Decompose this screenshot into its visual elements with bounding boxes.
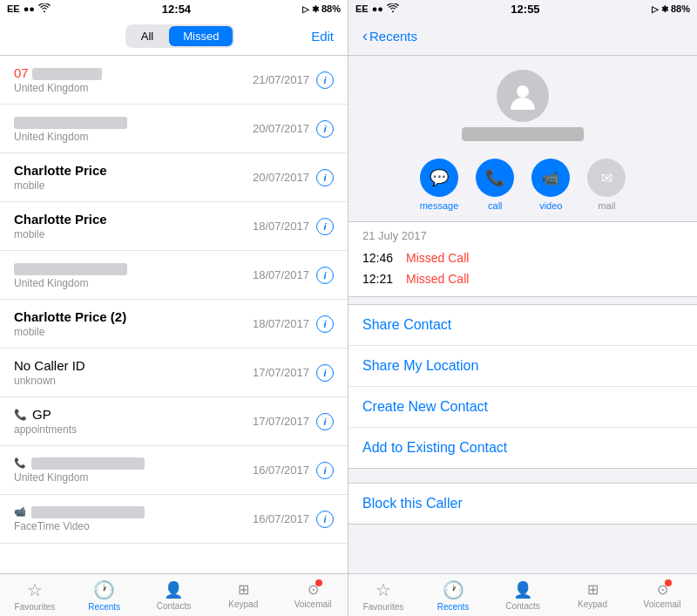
tab-voicemail-left[interactable]: ⊙ Voicemail [278, 581, 348, 609]
info-icon[interactable]: i [316, 315, 334, 333]
tab-recents-left[interactable]: 🕐 Recents [70, 579, 139, 612]
call-time-1: 12:46 [362, 251, 406, 265]
call-date: 18/07/2017 [253, 268, 309, 281]
call-sub: mobile [14, 179, 253, 192]
call-name: Charlotte Price [14, 163, 253, 178]
info-icon[interactable]: i [316, 218, 334, 235]
call-item-left: 📹 FaceTime Video [14, 506, 253, 532]
add-existing-item[interactable]: Add to Existing Contact [348, 428, 697, 468]
contacts-icon-right: 👤 [513, 580, 532, 599]
call-item[interactable]: United Kingdom 18/07/2017 i [0, 251, 348, 300]
call-item-right: 18/07/2017 i [253, 315, 334, 333]
tab-bar-right: ☆ Favourites 🕐 Recents 👤 Contacts ⊞ Keyp… [348, 573, 697, 616]
recents-icon: 🕐 [93, 579, 115, 600]
info-icon[interactable]: i [316, 120, 334, 138]
chevron-left-icon: ‹ [362, 27, 368, 45]
status-left-right: EE ●● [355, 3, 399, 14]
svg-point-0 [517, 85, 529, 98]
tab-contacts-right[interactable]: 👤 Contacts [488, 580, 558, 611]
tab-keypad-right[interactable]: ⊞ Keypad [558, 581, 627, 609]
signal-left: ●● [24, 3, 35, 14]
call-sub: United Kingdom [14, 82, 253, 94]
call-list: 07 United Kingdom 21/07/2017 i United Ki… [0, 56, 348, 573]
tab-contacts-left[interactable]: 👤 Contacts [139, 580, 209, 611]
call-item-left: Charlotte Price mobile [14, 212, 253, 240]
block-caller-item[interactable]: Block this Caller [348, 483, 697, 525]
call-name [14, 261, 253, 275]
tab-favourites-right[interactable]: ☆ Favourites [348, 579, 418, 612]
message-circle: 💬 [420, 159, 458, 197]
tab-keypad-left[interactable]: ⊞ Keypad [208, 581, 278, 609]
battery-right: 88% [671, 3, 690, 14]
call-label: call [488, 200, 503, 211]
call-item-right: 18/07/2017 i [253, 267, 334, 284]
segment-missed[interactable]: Missed [169, 26, 233, 46]
tab-voicemail-right[interactable]: ⊙ Voicemail [627, 581, 697, 609]
call-item-left: United Kingdom [14, 114, 253, 143]
action-buttons: 💬 message 📞 call 📹 video ✉ mail [348, 148, 697, 221]
info-icon[interactable]: i [316, 71, 334, 89]
call-item[interactable]: Charlotte Price (2) mobile 18/07/2017 i [0, 300, 348, 349]
call-item[interactable]: 📹 FaceTime Video 16/07/2017 i [0, 495, 348, 544]
call-item[interactable]: United Kingdom 20/07/2017 i [0, 105, 348, 153]
status-right-left: ▷ ✱ 88% [302, 3, 341, 14]
info-icon[interactable]: i [316, 511, 334, 528]
edit-button[interactable]: Edit [311, 29, 334, 44]
time-right: 12:55 [511, 3, 539, 16]
call-item-right: 16/07/2017 i [253, 462, 334, 479]
info-icon[interactable]: i [316, 364, 334, 382]
status-bar-left: EE ●● 12:54 ▷ ✱ 88% [0, 0, 348, 17]
call-date: 16/07/2017 [253, 464, 309, 477]
call-item[interactable]: 📞 GP appointments 17/07/2017 i [0, 397, 348, 446]
call-date: 18/07/2017 [253, 220, 309, 233]
tab-label-favourites: Favourites [15, 602, 56, 612]
voicemail-badge-right [665, 579, 672, 586]
call-name: GP [32, 407, 51, 422]
status-bar-right: EE ●● 12:55 ▷ ✱ 88% [348, 0, 697, 17]
tab-label-recents: Recents [88, 602, 120, 612]
tab-recents-right[interactable]: 🕐 Recents [418, 579, 488, 612]
mail-circle: ✉ [587, 159, 626, 197]
call-item-left: 📞 United Kingdom [14, 457, 253, 484]
info-icon[interactable]: i [316, 267, 334, 284]
mail-label: mail [598, 200, 615, 211]
call-type-2: Missed Call [406, 272, 469, 286]
left-panel: EE ●● 12:54 ▷ ✱ 88% All Missed Edit [0, 0, 348, 616]
back-button[interactable]: ‹ Recents [362, 27, 417, 45]
call-type-1: Missed Call [406, 251, 469, 265]
call-sub: mobile [14, 228, 253, 240]
call-date: 17/07/2017 [253, 366, 309, 379]
message-icon: 💬 [430, 168, 449, 187]
call-item-right: 16/07/2017 i [253, 511, 334, 528]
call-name [14, 114, 253, 129]
call-action[interactable]: 📞 call [476, 159, 514, 211]
call-sub: mobile [14, 326, 253, 338]
call-item-right: 20/07/2017 i [253, 169, 334, 186]
call-item[interactable]: 📞 United Kingdom 16/07/2017 i [0, 446, 348, 495]
share-location-item[interactable]: Share My Location [348, 346, 697, 387]
tab-favourites-left[interactable]: ☆ Favourites [0, 579, 70, 612]
call-item[interactable]: No Caller ID unknown 17/07/2017 i [0, 349, 348, 397]
info-icon[interactable]: i [316, 462, 334, 479]
message-action[interactable]: 💬 message [420, 159, 459, 211]
info-icon[interactable]: i [316, 413, 334, 430]
share-contact-item[interactable]: Share Contact [348, 305, 697, 346]
location-left: ▷ [302, 4, 309, 14]
info-icon[interactable]: i [316, 169, 334, 186]
mail-action[interactable]: ✉ mail [587, 159, 626, 211]
call-item[interactable]: Charlotte Price mobile 18/07/2017 i [0, 202, 348, 251]
call-item-left: Charlotte Price mobile [14, 163, 253, 192]
wifi-right [387, 3, 399, 14]
call-item-left: No Caller ID unknown [14, 358, 253, 387]
call-item[interactable]: 07 United Kingdom 21/07/2017 i [0, 56, 348, 105]
header-left: All Missed Edit [0, 17, 348, 56]
video-action[interactable]: 📹 video [531, 159, 570, 211]
recents-icon-right: 🕐 [443, 579, 464, 600]
call-item-right: 21/07/2017 i [253, 71, 334, 89]
tab-label-voicemail-right: Voicemail [644, 599, 681, 609]
video-circle: 📹 [531, 159, 570, 197]
bluetooth-right: ✱ [661, 4, 668, 14]
call-item[interactable]: Charlotte Price mobile 20/07/2017 i [0, 153, 348, 202]
create-contact-item[interactable]: Create New Contact [348, 387, 697, 428]
segment-all[interactable]: All [127, 26, 167, 46]
